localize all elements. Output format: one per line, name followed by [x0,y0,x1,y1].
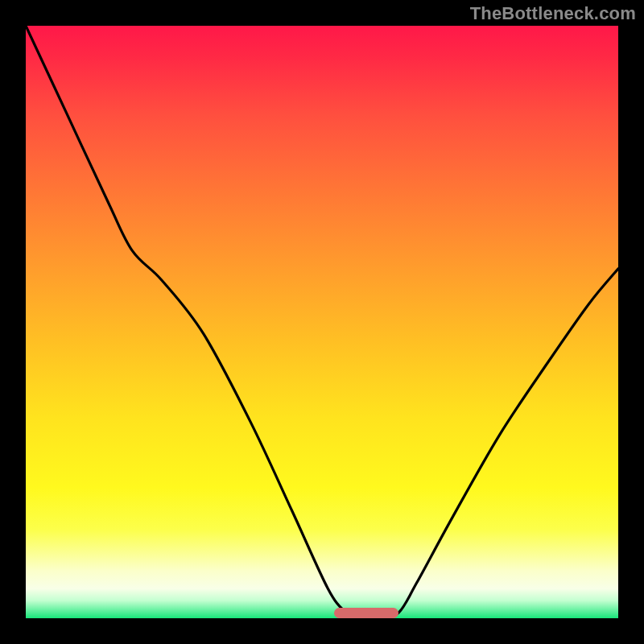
plot-area [26,26,618,618]
bottleneck-curve [26,26,618,618]
attribution-label: TheBottleneck.com [470,3,636,24]
optimal-zone-marker [334,608,398,618]
chart-frame: TheBottleneck.com [0,0,644,644]
